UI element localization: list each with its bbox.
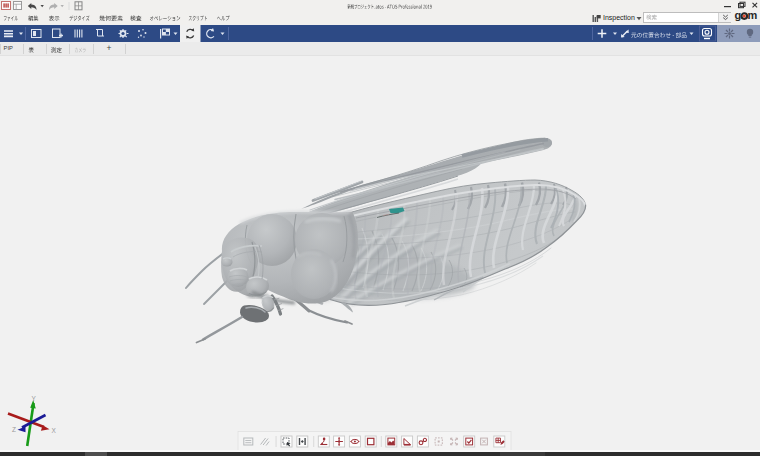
svg-text:Z: Z [12,426,16,433]
svg-text:m: m [748,9,758,21]
svg-text:X: X [52,427,57,434]
svg-text:g: g [735,9,742,21]
svg-text:Y: Y [32,395,37,402]
